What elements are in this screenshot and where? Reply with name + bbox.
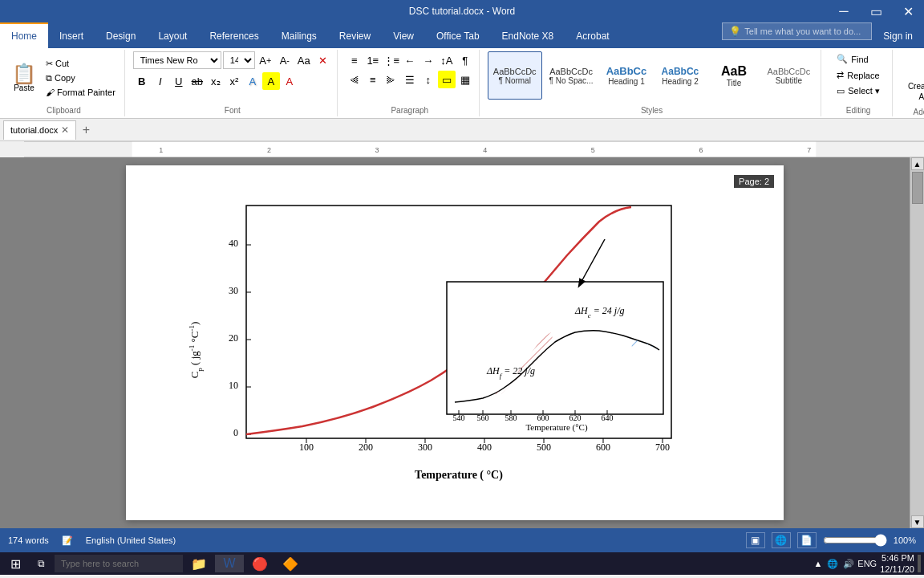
minimize-button[interactable]: ─ — [828, 0, 860, 22]
shrink-font-button[interactable]: A- — [276, 51, 294, 69]
network-icon[interactable]: 🌐 — [827, 559, 838, 569]
taskview-button[interactable]: ⧉ — [29, 555, 53, 572]
borders-button[interactable]: ▦ — [456, 71, 474, 88]
font-name-row: Times New Ro 14 A+ A- Aa ✕ — [133, 51, 332, 69]
start-button[interactable]: ⊞ — [3, 555, 27, 572]
strikethrough-button[interactable]: ab — [188, 72, 206, 90]
tab-review[interactable]: Review — [328, 22, 382, 48]
text-highlight-button[interactable]: A — [262, 72, 280, 90]
decrease-indent-button[interactable]: ← — [401, 51, 419, 69]
bullets-button[interactable]: ≡ — [346, 51, 363, 69]
numbering-button[interactable]: 1≡ — [364, 51, 382, 69]
italic-button[interactable]: I — [152, 72, 169, 90]
select-button[interactable]: ▭ Select ▾ — [829, 83, 887, 99]
zoom-slider[interactable] — [823, 534, 887, 547]
style-no-spacing[interactable]: AaBbCcDc ¶ No Spac... — [544, 51, 599, 100]
subscript-button[interactable]: x₂ — [207, 72, 225, 90]
scissors-icon: ✂ — [46, 59, 55, 68]
tab-design[interactable]: Design — [95, 22, 147, 48]
show-desktop-button[interactable] — [918, 555, 921, 572]
close-button[interactable]: ✕ — [892, 0, 924, 22]
svg-text:2: 2 — [267, 146, 271, 154]
svg-text:540: 540 — [453, 413, 465, 422]
taskbar-explorer[interactable]: 📁 — [184, 555, 213, 572]
tab-insert[interactable]: Insert — [48, 22, 95, 48]
taskbar-search[interactable] — [55, 555, 183, 572]
text-effects-button[interactable]: A — [244, 72, 261, 90]
adobe-button[interactable]: A Create and ShareAdobe PDF — [901, 51, 924, 106]
clipboard-main: 📋 Paste — [8, 62, 40, 95]
editing-group: 🔍 Find ⇄ Replace ▭ Select ▾ Editing — [825, 50, 893, 116]
clear-format-button[interactable]: ✕ — [314, 51, 332, 69]
read-view-button[interactable]: 📄 — [797, 532, 817, 548]
volume-icon[interactable]: 🔊 — [843, 559, 854, 569]
scroll-up-button[interactable]: ▲ — [911, 157, 924, 170]
cut-button[interactable]: ✂ Cut — [42, 57, 120, 71]
font-size-select[interactable]: 14 — [223, 51, 255, 69]
scrollbar-right[interactable]: ▲ ▼ — [910, 157, 924, 528]
line-spacing-button[interactable]: ↕ — [419, 71, 437, 88]
tab-home[interactable]: Home — [0, 22, 48, 48]
style-subtitle[interactable]: AaBbCcDc Subtitle — [761, 51, 816, 100]
change-case-button[interactable]: Aa — [295, 51, 313, 69]
replace-icon: ⇄ — [837, 70, 844, 80]
multilevel-button[interactable]: ⋮≡ — [383, 51, 400, 69]
format-painter-button[interactable]: 🖌 Format Painter — [42, 86, 120, 99]
tray-arrow[interactable]: ▲ — [813, 559, 822, 568]
tab-endnote[interactable]: EndNote X8 — [491, 22, 565, 48]
tab-officetab[interactable]: Office Tab — [425, 22, 491, 48]
svg-text:580: 580 — [505, 413, 517, 422]
web-view-button[interactable]: 🌐 — [772, 532, 791, 548]
tell-me-box[interactable]: 💡 — [722, 22, 872, 40]
x-axis-label: Temperature ( °C) — [415, 469, 503, 482]
taskbar-app4[interactable]: 🔶 — [276, 555, 305, 572]
restore-button[interactable]: ▭ — [860, 0, 892, 22]
copy-button[interactable]: ⧉ Copy — [42, 71, 120, 85]
replace-button[interactable]: ⇄ Replace — [829, 67, 887, 83]
paintbrush-icon: 🖌 — [46, 88, 57, 97]
scroll-down-button[interactable]: ▼ — [911, 515, 924, 528]
doc-scroll[interactable]: Page: 2 Cp ( jg-1 °C-1) 0 10 20 30 — [0, 157, 910, 528]
taskbar-app3[interactable]: 🔴 — [245, 555, 274, 572]
tab-acrobat[interactable]: Acrobat — [565, 22, 620, 48]
align-right-button[interactable]: ⫸ — [383, 71, 400, 88]
bold-button[interactable]: B — [133, 72, 151, 90]
tab-view[interactable]: View — [382, 22, 425, 48]
tab-references[interactable]: References — [198, 22, 270, 48]
font-name-select[interactable]: Times New Ro — [133, 51, 221, 69]
clock: 5:46 PM 12/11/20 — [880, 552, 914, 576]
taskbar-word[interactable]: W — [215, 555, 244, 572]
lang-indicator: ENG — [857, 559, 877, 568]
align-left-button[interactable]: ⫷ — [346, 71, 363, 88]
tab-mailings[interactable]: Mailings — [270, 22, 328, 48]
select-icon: ▭ — [837, 86, 845, 96]
style-normal[interactable]: AaBbCcDc ¶ Normal — [488, 51, 542, 100]
sort-button[interactable]: ↕A — [438, 51, 456, 69]
style-heading1[interactable]: AaBbCc Heading 1 — [600, 51, 652, 100]
tell-me-input[interactable] — [744, 26, 865, 36]
adobe-label: Create and ShareAdobe PDF — [908, 81, 924, 102]
style-title[interactable]: AaB Title — [707, 51, 760, 100]
status-bar: 174 words 📝 English (United States) ▣ 🌐 … — [0, 528, 924, 552]
print-view-button[interactable]: ▣ — [746, 532, 765, 548]
paste-button[interactable]: 📋 Paste — [8, 62, 40, 95]
superscript-button[interactable]: x² — [225, 72, 243, 90]
show-marks-button[interactable]: ¶ — [456, 51, 474, 69]
scroll-thumb[interactable] — [912, 172, 923, 204]
lightbulb-icon: 💡 — [729, 26, 741, 37]
style-heading2[interactable]: AaBbCc Heading 2 — [654, 51, 706, 100]
find-button[interactable]: 🔍 Find — [829, 51, 887, 67]
doc-tab[interactable]: tutorial.docx ✕ — [3, 120, 76, 140]
new-tab-button[interactable]: + — [76, 120, 95, 140]
grow-font-button[interactable]: A+ — [257, 51, 274, 69]
shading-button[interactable]: ▭ — [438, 71, 456, 88]
justify-button[interactable]: ☰ — [401, 71, 419, 88]
doc-tab-close[interactable]: ✕ — [61, 124, 69, 136]
system-tray: ▲ 🌐 🔊 — [813, 559, 854, 569]
align-center-button[interactable]: ≡ — [364, 71, 382, 88]
underline-button[interactable]: U — [170, 72, 188, 90]
font-color-button[interactable]: A — [281, 72, 298, 90]
increase-indent-button[interactable]: → — [419, 51, 437, 69]
tab-layout[interactable]: Layout — [147, 22, 198, 48]
tab-signin[interactable]: Sign in — [872, 22, 924, 48]
